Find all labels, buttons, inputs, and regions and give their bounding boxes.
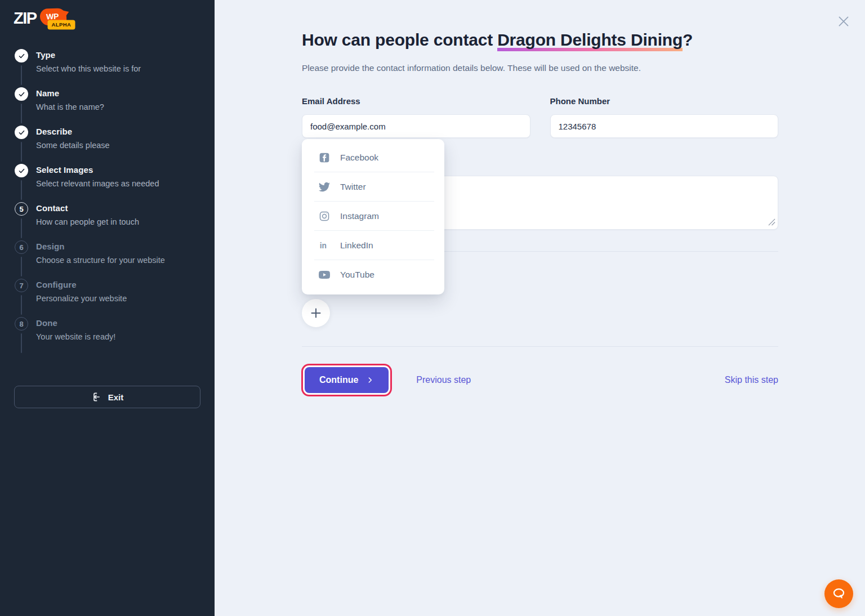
step-circle: 4: [15, 164, 28, 177]
exit-label: Exit: [108, 392, 124, 402]
step-rail: 8: [15, 317, 28, 355]
step-subtitle: Choose a structure for your website: [36, 255, 165, 265]
step-circle: 8: [15, 317, 28, 331]
step-item-configure: 7 Configure Personalize your website: [15, 279, 202, 317]
step-connector: [21, 180, 22, 200]
contact-form: How can people contact Dragon Delights D…: [302, 0, 778, 393]
step-rail: 3: [15, 126, 28, 164]
chevron-right-icon: [366, 376, 374, 384]
step-connector: [21, 142, 22, 162]
section-divider: [302, 346, 778, 347]
instagram-icon: [319, 211, 330, 222]
social-network-dropdown: Facebook Twitter Instagram in LinkedIn Y…: [302, 139, 444, 294]
step-title: Configure: [36, 280, 127, 289]
close-button[interactable]: [836, 14, 851, 29]
step-number: 5: [19, 205, 23, 213]
step-connector: [21, 65, 22, 85]
logo-wp-flame-badge: WP ALPHA: [39, 8, 66, 26]
social-menu-item-label: Instagram: [340, 211, 379, 221]
page-subtitle: Please provide the contact information d…: [302, 63, 778, 74]
social-menu-item-label: LinkedIn: [340, 240, 373, 251]
step-item-name: 2 Name What is the name?: [15, 87, 202, 126]
facebook-icon: [319, 152, 330, 163]
social-menu-item-linkedin[interactable]: in LinkedIn: [302, 231, 444, 260]
step-item-contact: 5 Contact How can people get in touch: [15, 202, 202, 240]
social-menu-item-facebook[interactable]: Facebook: [302, 143, 444, 172]
social-menu-item-twitter[interactable]: Twitter: [302, 172, 444, 201]
continue-label: Continue: [319, 375, 358, 385]
logo-alpha-badge: ALPHA: [47, 20, 75, 29]
step-number: 8: [19, 320, 23, 328]
wizard-sidebar: ZIP WP ALPHA 1 Type Select who this webs…: [0, 0, 215, 616]
youtube-icon: [319, 269, 330, 280]
step-title: Done: [36, 318, 115, 328]
linkedin-icon: in: [319, 240, 330, 251]
step-circle: 2: [15, 87, 28, 101]
step-connector: [21, 218, 22, 238]
step-title: Select Images: [36, 165, 159, 175]
social-menu-item-youtube[interactable]: YouTube: [302, 260, 444, 289]
step-item-describe: 3 Describe Some details please: [15, 126, 202, 164]
wizard-main-panel: How can people contact Dragon Delights D…: [215, 0, 865, 616]
step-rail: 4: [15, 164, 28, 202]
chat-bubble-icon: [831, 586, 846, 601]
chat-widget-button[interactable]: [824, 579, 853, 608]
step-connector: [21, 295, 22, 315]
step-rail: 1: [15, 49, 28, 87]
step-subtitle: Personalize your website: [36, 293, 127, 303]
step-rail: 5: [15, 202, 28, 240]
phone-label: Phone Number: [550, 96, 779, 106]
wizard-steps: 1 Type Select who this website is for 2: [15, 49, 202, 355]
logo-zip-text: ZIP: [14, 8, 37, 28]
step-subtitle: Some details please: [36, 140, 110, 150]
social-menu-item-instagram[interactable]: Instagram: [302, 202, 444, 230]
email-label: Email Address: [302, 96, 530, 106]
check-icon: [18, 52, 25, 60]
email-input[interactable]: [302, 114, 530, 138]
continue-button[interactable]: Continue: [305, 367, 389, 393]
step-circle: 6: [15, 240, 28, 254]
step-subtitle: What is the name?: [36, 102, 104, 112]
step-item-done: 8 Done Your website is ready!: [15, 317, 202, 355]
close-icon: [836, 14, 851, 29]
step-subtitle: Select relevant images as needed: [36, 178, 159, 189]
step-connector: [21, 257, 22, 276]
step-item-design: 6 Design Choose a structure for your web…: [15, 240, 202, 279]
add-social-link-button[interactable]: [302, 299, 330, 327]
svg-text:in: in: [320, 242, 327, 250]
exit-icon: [91, 391, 102, 403]
phone-input[interactable]: [550, 114, 779, 138]
step-subtitle: How can people get in touch: [36, 217, 139, 227]
social-menu-item-label: Facebook: [340, 153, 378, 163]
step-connector: [21, 333, 22, 353]
twitter-icon: [319, 181, 330, 193]
social-menu-item-label: Twitter: [340, 182, 366, 192]
step-subtitle: Select who this website is for: [36, 64, 141, 74]
site-name-highlight: Dragon Delights Dining: [497, 30, 683, 51]
step-title: Design: [36, 242, 165, 251]
social-menu-item-label: YouTube: [340, 270, 374, 280]
step-rail: 6: [15, 240, 28, 279]
check-icon: [18, 167, 25, 175]
step-number: 7: [19, 282, 23, 290]
check-icon: [18, 91, 25, 98]
step-title: Contact: [36, 203, 139, 213]
exit-button[interactable]: Exit: [14, 386, 200, 408]
page-title: How can people contact Dragon Delights D…: [302, 29, 778, 51]
step-connector: [21, 104, 22, 123]
plus-icon: [309, 306, 323, 320]
skip-this-step-link[interactable]: Skip this step: [725, 375, 778, 385]
step-rail: 7: [15, 279, 28, 317]
previous-step-link[interactable]: Previous step: [416, 375, 471, 385]
step-title: Type: [36, 50, 141, 60]
check-icon: [18, 129, 25, 136]
step-item-type: 1 Type Select who this website is for: [15, 49, 202, 87]
step-rail: 2: [15, 87, 28, 126]
step-circle: 5: [15, 202, 28, 216]
step-circle: 3: [15, 126, 28, 139]
zipwp-logo: ZIP WP ALPHA: [14, 8, 66, 28]
step-title: Name: [36, 88, 104, 98]
step-number: 6: [19, 243, 23, 252]
step-title: Describe: [36, 127, 110, 136]
step-subtitle: Your website is ready!: [36, 332, 115, 342]
